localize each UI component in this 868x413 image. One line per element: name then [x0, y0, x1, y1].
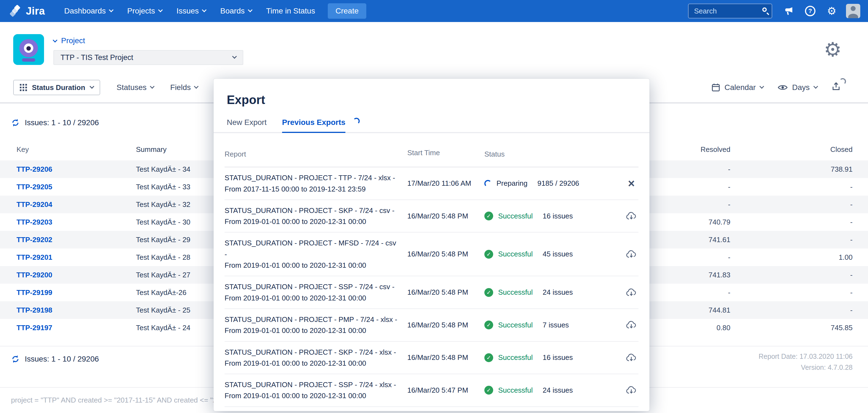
export-status-detail: 9185 / 29206: [537, 179, 579, 188]
export-report-line2: From 2019-01-01 00:00 to 2020-12-31 00:0…: [224, 292, 400, 304]
grid-icon: [20, 84, 27, 91]
create-button[interactable]: Create: [328, 3, 366, 19]
export-report-line2: From 2019-01-01 00:00 to 2020-12-31 00:0…: [224, 390, 400, 401]
search-box[interactable]: [688, 4, 772, 19]
search-icon: [762, 7, 767, 12]
column-header-report: Report: [224, 149, 407, 160]
nav-menu-item[interactable]: Issues: [177, 7, 206, 15]
column-header-status: Status: [484, 149, 624, 160]
jira-home-link[interactable]: Jira: [10, 5, 45, 17]
export-start-time: 17/Mar/20 11:06 AM: [407, 179, 484, 188]
cancel-export-icon[interactable]: ×: [628, 178, 635, 189]
gear-glyph: ⚙: [827, 6, 836, 16]
export-icon: [832, 82, 840, 91]
announcement-icon[interactable]: [782, 4, 796, 18]
issue-resolved-value: -: [664, 288, 731, 297]
export-report-name: STATUS_DURATION - PROJECT - SKP - 7/24 -…: [224, 205, 407, 227]
issue-resolved-value: -: [664, 165, 731, 173]
export-row: STATUS_DURATION - PROJECT - SKP - 7/24 -…: [224, 342, 639, 375]
export-action-cell: ×: [624, 386, 639, 394]
export-row: STATUS_DURATION - PROJECT - MFSD - 7/24 …: [224, 232, 639, 276]
issue-key-link[interactable]: TTP-29198: [17, 306, 136, 315]
issue-resolved-value: 741.61: [664, 235, 731, 244]
export-report-line1: STATUS_DURATION - PROJECT - SSP - 7/24 -…: [224, 281, 400, 292]
issue-resolved-value: 741.83: [664, 271, 731, 279]
download-icon[interactable]: [626, 250, 637, 259]
issue-closed-value: -: [731, 235, 852, 244]
project-select[interactable]: TTP - TIS Test Project: [53, 50, 243, 65]
nav-menu-item-label: Time in Status: [266, 7, 315, 15]
project-breadcrumb[interactable]: Project: [53, 36, 243, 45]
export-report-name: STATUS_DURATION - PROJECT - PMP - 7/24 -…: [224, 314, 407, 336]
export-status-label: Preparing: [496, 179, 528, 188]
help-icon[interactable]: ?: [803, 4, 817, 18]
fields-dropdown[interactable]: Fields: [170, 83, 198, 92]
export-status-cell: ✓ Successful 16 issues: [484, 353, 624, 362]
export-status-label: Successful: [498, 386, 533, 394]
issue-closed-value: -: [731, 306, 852, 315]
report-meta: Report Date: 17.03.2020 11:06 Version: 4…: [759, 346, 852, 373]
export-status-label: Successful: [498, 212, 533, 220]
export-button[interactable]: [832, 82, 840, 93]
download-icon[interactable]: [626, 353, 637, 362]
download-icon[interactable]: [626, 321, 637, 329]
issue-key-link[interactable]: TTP-29206: [17, 165, 136, 173]
chevron-down-icon: [89, 84, 94, 89]
export-status-label: Successful: [498, 321, 533, 329]
download-icon[interactable]: [626, 288, 637, 297]
nav-menu-item[interactable]: Boards: [220, 7, 252, 15]
export-action-cell: ×: [624, 288, 639, 297]
tab-previous-exports[interactable]: Previous Exports: [282, 118, 345, 133]
calendar-dropdown[interactable]: Calendar: [711, 83, 764, 92]
check-glyph: ✓: [487, 354, 491, 361]
issues-count-label: Issues: 1 - 10 / 29206: [25, 355, 99, 363]
refresh-icon[interactable]: [11, 118, 20, 127]
issue-key-link[interactable]: TTP-29204: [17, 200, 136, 209]
success-check-icon: ✓: [484, 288, 493, 297]
export-loading-spinner-icon: [839, 78, 846, 85]
check-glyph: ✓: [487, 251, 491, 258]
project-avatar[interactable]: [13, 34, 44, 65]
page-settings-icon[interactable]: ⚙: [824, 40, 842, 59]
nav-menu-item[interactable]: Dashboards: [64, 7, 113, 15]
column-header-key: Key: [17, 145, 136, 154]
search-input[interactable]: [688, 4, 772, 19]
export-action-cell: ×: [624, 178, 639, 189]
eye-icon: [778, 84, 788, 91]
export-status-cell: ✓ Successful 45 issues: [484, 250, 624, 259]
issue-key-link[interactable]: TTP-29203: [17, 218, 136, 226]
issue-key-link[interactable]: TTP-29205: [17, 183, 136, 191]
download-icon[interactable]: [626, 386, 637, 394]
settings-icon[interactable]: ⚙: [825, 4, 839, 18]
tab-new-export[interactable]: New Export: [227, 118, 267, 133]
download-icon[interactable]: [626, 212, 637, 220]
top-navigation-bar: Jira Dashboards Projects Issues Boards T…: [0, 0, 868, 22]
modal-tabs: New Export Previous Exports: [214, 118, 650, 133]
export-report-name: STATUS_DURATION - PROJECT - SSP - 7/24 -…: [224, 281, 407, 304]
issue-key-link[interactable]: TTP-29201: [17, 253, 136, 262]
issue-key-link[interactable]: TTP-29200: [17, 271, 136, 279]
issue-resolved-value: -: [664, 253, 731, 262]
nav-menu-item[interactable]: Time in Status: [266, 7, 315, 15]
issue-key-link[interactable]: TTP-29197: [17, 324, 136, 332]
days-dropdown[interactable]: Days: [778, 83, 817, 92]
issue-closed-value: 738.91: [731, 165, 852, 173]
export-action-cell: ×: [624, 321, 639, 329]
export-status-cell: ✓ Successful 24 issues: [484, 288, 624, 297]
statuses-dropdown[interactable]: Statuses: [117, 83, 154, 92]
jira-logo-icon: [10, 5, 22, 17]
export-status-detail: 16 issues: [543, 212, 573, 220]
nav-menu-item[interactable]: Projects: [127, 7, 162, 15]
export-report-line2: From 2019-01-01 00:00 to 2020-12-31 00:0…: [224, 260, 400, 271]
issue-resolved-value: 740.79: [664, 218, 731, 226]
success-check-icon: ✓: [484, 386, 493, 394]
user-avatar[interactable]: [846, 4, 860, 18]
issue-key-link[interactable]: TTP-29199: [17, 288, 136, 297]
issue-key-link[interactable]: TTP-29202: [17, 235, 136, 244]
export-report-line2: From 2019-01-01 00:00 to 2020-12-31 00:0…: [224, 216, 400, 227]
chevron-down-icon: [813, 84, 818, 89]
refresh-icon[interactable]: [11, 355, 20, 363]
report-type-button[interactable]: Status Duration: [13, 80, 100, 95]
success-check-icon: ✓: [484, 250, 493, 259]
issue-closed-value: 1.00: [731, 253, 852, 262]
